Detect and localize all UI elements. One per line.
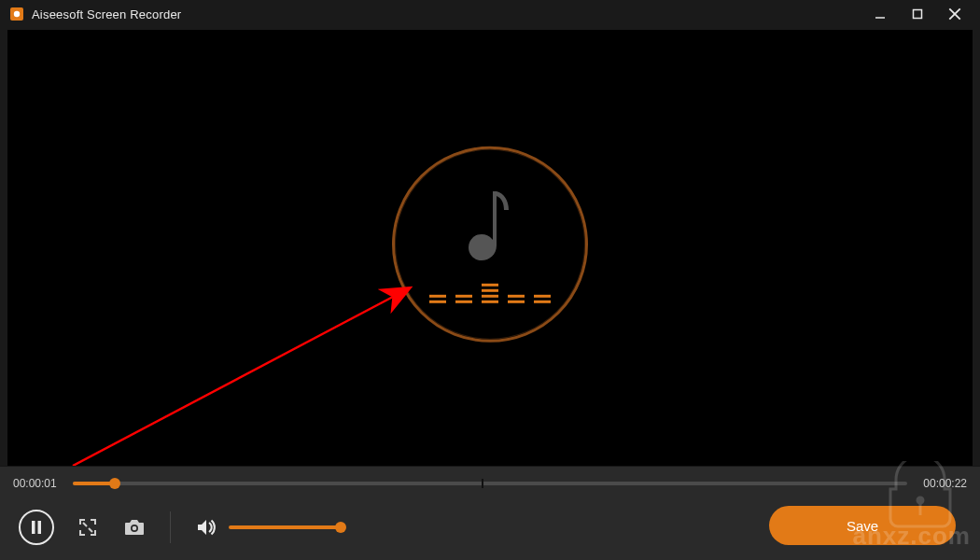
volume-control [193,514,341,540]
snapshot-button[interactable] [121,514,147,540]
svg-point-10 [133,526,137,531]
maximize-button[interactable] [905,2,930,26]
save-button-label: Save [847,518,878,534]
minimize-button[interactable] [868,2,892,26]
svg-rect-8 [38,521,42,534]
close-button[interactable] [943,2,967,26]
preview-area [7,30,973,466]
titlebar: Aiseesoft Screen Recorder [0,0,980,28]
seek-slider[interactable] [73,477,907,490]
svg-rect-3 [914,10,922,19]
fullscreen-button[interactable] [75,514,101,540]
volume-icon[interactable] [193,514,219,540]
pause-button[interactable] [19,510,54,545]
svg-rect-7 [32,521,35,534]
volume-slider[interactable] [229,521,341,534]
svg-point-1 [14,11,20,17]
seek-row: 00:00:01 00:00:22 [0,467,980,500]
save-button[interactable]: Save [769,506,956,545]
app-title: Aiseesoft Screen Recorder [32,7,181,21]
current-time: 00:00:01 [13,477,63,490]
buttons-row: Save [0,500,980,560]
controls-bar: 00:00:01 00:00:22 [0,466,980,560]
music-note-icon [457,184,523,272]
divider [170,511,171,543]
svg-line-6 [73,288,409,466]
app-window: Aiseesoft Screen Recorder [0,0,980,560]
equalizer-bars [429,280,551,302]
total-time: 00:00:22 [917,477,967,490]
window-controls [868,0,976,28]
audio-visualizer [392,146,588,342]
app-icon [9,7,24,21]
